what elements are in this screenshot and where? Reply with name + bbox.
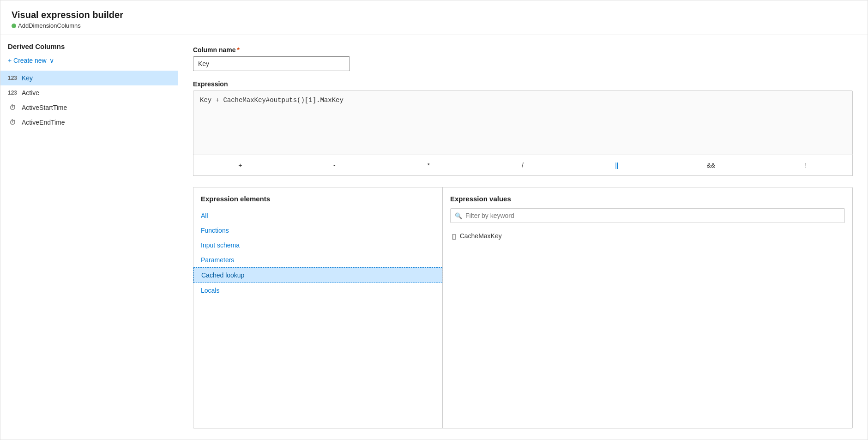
sidebar: Derived Columns + Create new ∨ 123 Key 1… — [0, 35, 178, 440]
column-name-label: Column name* — [193, 46, 853, 54]
create-new-label: + Create new — [8, 57, 47, 64]
element-cached-lookup[interactable]: Cached lookup — [193, 267, 442, 283]
expression-link: outputs() — [270, 96, 305, 104]
sidebar-item-label-active: Active — [22, 89, 39, 96]
op-and[interactable]: && — [664, 159, 758, 172]
expression-before: Key + CacheMaxKey# — [200, 96, 270, 104]
sidebar-item-active-start-time[interactable]: ⏱ ActiveStartTime — [0, 100, 178, 115]
element-all[interactable]: All — [193, 208, 442, 223]
sidebar-item-active-end-time[interactable]: ⏱ ActiveEndTime — [0, 115, 178, 130]
op-divide[interactable]: / — [476, 159, 570, 172]
subtitle-text: AddDimensionColumns — [18, 22, 81, 29]
sidebar-item-label-key: Key — [22, 74, 33, 82]
column-name-field: Column name* — [193, 46, 853, 80]
op-minus[interactable]: - — [288, 159, 382, 172]
element-functions[interactable]: Functions — [193, 223, 442, 238]
expression-elements-title: Expression elements — [193, 195, 442, 208]
filter-input-wrap: 🔍 — [450, 208, 845, 223]
app-container: Visual expression builder AddDimensionCo… — [0, 0, 868, 440]
expression-editor[interactable]: Key + CacheMaxKey#outputs()[1].MaxKey — [193, 90, 853, 155]
value-cachemaxkey[interactable]: [] CacheMaxKey — [450, 229, 845, 242]
sidebar-item-label-start: ActiveStartTime — [22, 104, 67, 111]
op-multiply[interactable]: * — [382, 159, 476, 172]
array-icon: [] — [452, 233, 456, 240]
main-content: Derived Columns + Create new ∨ 123 Key 1… — [0, 35, 868, 440]
create-new-button[interactable]: + Create new ∨ — [0, 54, 61, 67]
column-name-input[interactable] — [193, 56, 350, 71]
sidebar-item-key[interactable]: 123 Key — [0, 71, 178, 85]
expression-field: Expression Key + CacheMaxKey#outputs()[1… — [193, 80, 853, 187]
chevron-down-icon: ∨ — [49, 57, 54, 64]
required-indicator: * — [237, 46, 240, 54]
page-title: Visual expression builder — [12, 10, 856, 20]
sidebar-item-active[interactable]: 123 Active — [0, 85, 178, 100]
element-parameters[interactable]: Parameters — [193, 253, 442, 267]
expression-values-panel: Expression values 🔍 [] CacheMaxKey — [443, 187, 852, 428]
filter-input[interactable] — [450, 208, 845, 223]
search-icon: 🔍 — [455, 212, 462, 219]
op-plus[interactable]: + — [193, 159, 288, 172]
header: Visual expression builder AddDimensionCo… — [0, 0, 868, 35]
clock-icon-start: ⏱ — [8, 104, 17, 111]
expression-elements-panel: Expression elements All Functions Input … — [193, 187, 443, 428]
expression-after: [1].MaxKey — [305, 96, 344, 104]
type-icon-active: 123 — [8, 90, 17, 96]
value-cachemaxkey-label: CacheMaxKey — [460, 232, 502, 240]
op-or[interactable]: || — [570, 159, 664, 172]
right-panel: Column name* Expression Key + CacheMaxKe… — [178, 35, 868, 440]
clock-icon-end: ⏱ — [8, 119, 17, 126]
element-locals[interactable]: Locals — [193, 283, 442, 298]
status-dot — [12, 24, 16, 28]
operator-bar: + - * / || && ! — [193, 155, 853, 176]
sidebar-section-title: Derived Columns — [0, 42, 178, 54]
element-input-schema[interactable]: Input schema — [193, 238, 442, 253]
expression-values-title: Expression values — [450, 195, 845, 208]
type-icon-key: 123 — [8, 75, 17, 81]
sidebar-item-label-end: ActiveEndTime — [22, 119, 65, 126]
expression-label: Expression — [193, 80, 853, 88]
op-not[interactable]: ! — [758, 159, 852, 172]
bottom-section: Expression elements All Functions Input … — [193, 187, 853, 428]
subtitle-row: AddDimensionColumns — [12, 22, 856, 29]
